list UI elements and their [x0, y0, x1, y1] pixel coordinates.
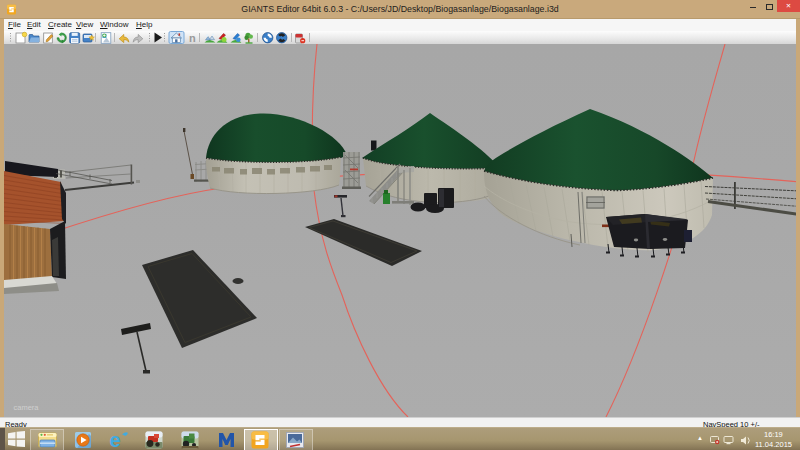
- svg-text:e: e: [110, 431, 121, 449]
- svg-text:n: n: [189, 32, 196, 44]
